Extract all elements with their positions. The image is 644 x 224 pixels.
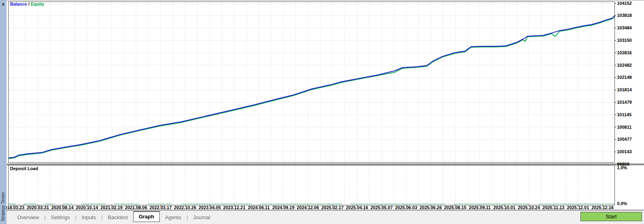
- tab-inputs[interactable]: Inputs: [76, 213, 101, 222]
- tab-journal[interactable]: Journal: [188, 213, 216, 222]
- deposit-load-title: Deposit Load: [10, 166, 38, 171]
- tab-overview[interactable]: Overview: [12, 213, 44, 222]
- y-axis-label: 100477: [617, 137, 632, 142]
- y-axis-label: 100143: [617, 150, 632, 154]
- deposit-max-label: 1.0%: [617, 166, 627, 170]
- y-axis-label: 101479: [617, 100, 632, 105]
- strip-title: Strategy Tester: [0, 192, 6, 222]
- chart-legend: Balance / Equity: [10, 2, 44, 6]
- y-axis-label: 104152: [617, 1, 632, 6]
- legend-balance: Balance: [10, 2, 27, 6]
- y-axis-label: 101145: [617, 113, 632, 117]
- tab-agents[interactable]: Agents: [160, 213, 186, 222]
- balance-equity-chart: [0, 0, 644, 224]
- y-axis-label: 101814: [617, 88, 632, 92]
- tab-graph[interactable]: Graph: [133, 211, 160, 222]
- y-axis-label: 103484: [617, 26, 632, 30]
- y-axis-label: 103818: [617, 13, 632, 18]
- legend-equity: Equity: [31, 2, 44, 6]
- deposit-plot-border: [8, 165, 615, 205]
- y-axis-label: 102482: [617, 63, 632, 68]
- strategy-tester-side-strip: × Strategy Tester: [0, 0, 6, 224]
- y-axis-label: 102148: [617, 75, 632, 80]
- tab-settings[interactable]: Settings: [46, 213, 75, 222]
- equity-line: [9, 16, 615, 159]
- main-plot-border: [8, 2, 615, 162]
- y-axis-label: 100811: [617, 125, 632, 129]
- tab-backtest[interactable]: Backtest: [103, 213, 133, 222]
- y-axis-label: 103150: [617, 38, 632, 43]
- balance-line: [9, 16, 615, 158]
- start-button[interactable]: Start: [580, 212, 642, 221]
- close-icon[interactable]: ×: [0, 2, 6, 7]
- y-axis-label: 102816: [617, 51, 632, 55]
- legend-separator: /: [27, 2, 31, 6]
- tester-tab-bar: Overview|Settings|Inputs|BacktestGraphAg…: [6, 211, 644, 224]
- panel-splitter[interactable]: [7, 163, 644, 165]
